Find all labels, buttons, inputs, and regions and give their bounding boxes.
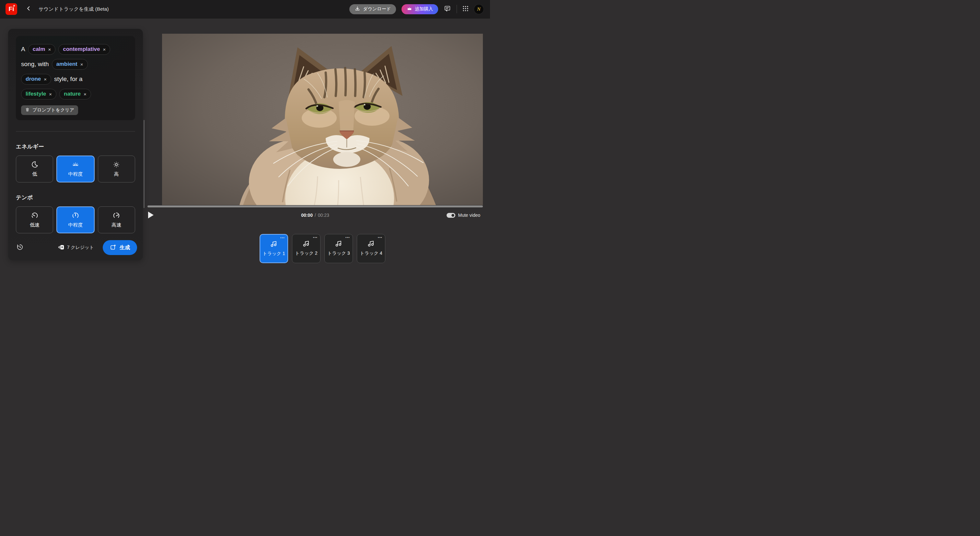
track-more-icon[interactable]: ••• [345, 236, 350, 239]
track-card-3[interactable]: •••トラック 3 [325, 234, 353, 263]
option-sections: エネルギー低中程度高テンポ低速中程度高速 [8, 143, 143, 233]
player-controls: 00:00 / 00:23 Mute video [148, 209, 483, 221]
time-separator: / [315, 213, 316, 218]
chevron-left-icon [26, 6, 31, 12]
track-label: トラック 2 [295, 250, 318, 256]
user-avatar[interactable]: N [474, 5, 484, 14]
current-time: 00:00 [301, 213, 313, 218]
tag-label: lifestyle [25, 91, 46, 97]
prompt-text: song, with [21, 60, 49, 68]
credits-icon [58, 244, 64, 251]
remove-tag-icon[interactable]: × [80, 62, 83, 67]
track-more-icon[interactable]: ••• [378, 236, 382, 239]
firefly-logo[interactable]: Fi [5, 3, 17, 15]
time-display: 00:00 / 00:23 [162, 209, 468, 221]
gauge-mid-icon [72, 212, 80, 219]
option-sun[interactable]: 高 [98, 156, 135, 183]
gauge-low-icon [31, 212, 38, 219]
music-note-icon [302, 240, 310, 248]
download-button[interactable]: ダウンロード [349, 4, 396, 14]
track-card-4[interactable]: •••トラック 4 [357, 234, 385, 263]
music-note-icon [270, 240, 278, 248]
prompt-tag-lifestyle[interactable]: lifestyle× [21, 89, 56, 100]
prompt-tag-calm[interactable]: calm× [28, 44, 56, 55]
track-more-icon[interactable]: ••• [280, 236, 285, 240]
remove-tag-icon[interactable]: × [103, 47, 106, 52]
prompt-tag-nature[interactable]: nature× [59, 89, 91, 100]
moon-icon [31, 161, 38, 169]
mute-label: Mute video [458, 213, 480, 218]
option-label: 低 [32, 171, 37, 177]
play-button[interactable] [148, 212, 154, 218]
music-note-icon [367, 240, 375, 248]
history-icon [16, 243, 24, 252]
history-button[interactable] [16, 243, 24, 252]
track-label: トラック 3 [328, 250, 350, 256]
track-more-icon[interactable]: ••• [313, 236, 318, 239]
tag-label: calm [33, 46, 45, 52]
option-moon[interactable]: 低 [16, 156, 53, 183]
clear-prompt-label: プロンプトをクリア [32, 107, 74, 113]
panel-scrollbar[interactable] [143, 120, 145, 208]
prompt-tag-drone[interactable]: drone× [21, 74, 51, 84]
mute-toggle[interactable] [447, 213, 455, 218]
panel-footer: 7 クレジット 生成 [8, 235, 143, 260]
buy-more-button[interactable]: 追加購入 [401, 4, 438, 14]
track-card-2[interactable]: •••トラック 2 [292, 234, 320, 263]
credits-label: 7 クレジット [67, 245, 94, 250]
option-sunrise[interactable]: 中程度 [56, 156, 94, 183]
prompt-line: song, withambient× [21, 57, 130, 72]
option-label: 中程度 [68, 222, 83, 228]
remove-tag-icon[interactable]: × [44, 77, 47, 82]
option-label: 高速 [111, 222, 121, 228]
chat-bubble-icon [444, 5, 451, 14]
generate-sparkle-icon [110, 244, 117, 252]
logo-sparkle-icon [13, 5, 16, 8]
play-icon [148, 214, 154, 219]
remove-tag-icon[interactable]: × [84, 92, 86, 97]
seek-bar[interactable] [148, 205, 483, 207]
panel-divider [16, 131, 135, 132]
option-label: 高 [114, 171, 119, 177]
track-label: トラック 4 [360, 250, 382, 256]
remove-tag-icon[interactable]: × [49, 92, 52, 97]
prompt-text: style, for a [54, 75, 83, 83]
track-list: •••トラック 1•••トラック 2•••トラック 3•••トラック 4 [162, 234, 483, 263]
remove-tag-icon[interactable]: × [48, 47, 51, 52]
header-actions: ダウンロード 追加購入 N [349, 4, 484, 14]
option-row: 低速中程度高速 [16, 207, 135, 233]
option-gauge-low[interactable]: 低速 [16, 207, 53, 233]
track-label: トラック 1 [263, 251, 285, 257]
prompt-text: A [21, 46, 25, 53]
option-gauge-mid[interactable]: 中程度 [56, 207, 94, 233]
prompt-line: drone×style, for a [21, 72, 130, 86]
generate-button[interactable]: 生成 [103, 240, 137, 255]
crown-icon [407, 6, 412, 12]
trash-icon [25, 107, 30, 113]
page-title: サウンドトラックを生成 (Beta) [38, 6, 109, 12]
tag-label: contemplative [63, 46, 100, 52]
prompt-tag-ambient[interactable]: ambient× [52, 59, 88, 70]
gauge-high-icon [113, 212, 120, 219]
feedback-button[interactable] [444, 5, 451, 14]
prompt-editor[interactable]: Acalm×contemplative×song, withambient×dr… [16, 36, 135, 120]
prompt-line: Acalm×contemplative× [21, 42, 130, 57]
prompt-tag-contemplative[interactable]: contemplative× [58, 44, 110, 55]
section-heading: エネルギー [16, 143, 135, 150]
video-preview[interactable] [162, 34, 483, 205]
cat-image [162, 34, 483, 205]
option-gauge-high[interactable]: 高速 [98, 207, 135, 233]
apps-grid-button[interactable] [463, 5, 469, 13]
tag-label: drone [25, 76, 41, 82]
sun-icon [113, 161, 120, 169]
mute-toggle-knob [451, 213, 455, 218]
music-note-icon [334, 240, 343, 248]
option-label: 中程度 [68, 171, 83, 177]
option-row: 低中程度高 [16, 156, 135, 183]
back-button[interactable] [26, 6, 31, 12]
prompt-lines: Acalm×contemplative×song, withambient×dr… [21, 42, 130, 102]
buy-more-label: 追加購入 [415, 6, 433, 12]
download-icon [355, 6, 360, 13]
clear-prompt-button[interactable]: プロンプトをクリア [21, 105, 78, 115]
track-card-1[interactable]: •••トラック 1 [259, 234, 288, 263]
